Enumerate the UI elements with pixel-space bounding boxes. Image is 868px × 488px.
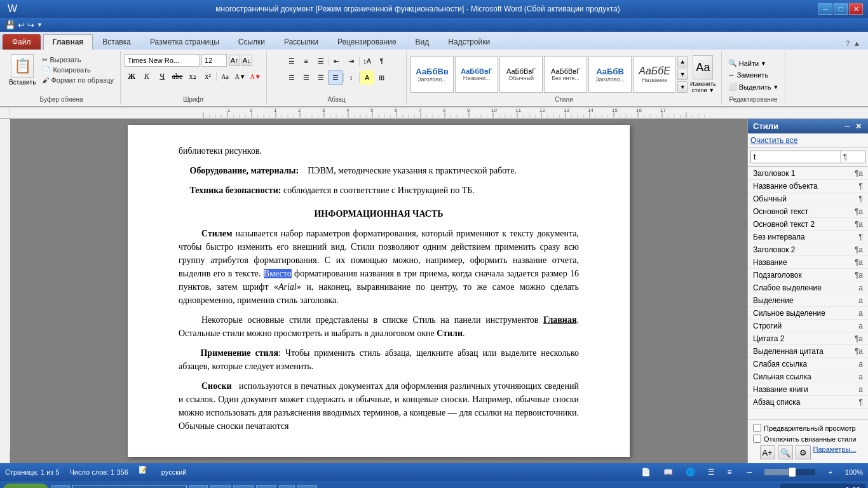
- redo-icon[interactable]: ↪: [27, 20, 34, 30]
- taskbar-app-word[interactable]: W многостраничный документ...: [72, 485, 187, 488]
- line-spacing-button[interactable]: ↕: [344, 71, 358, 85]
- subscript-button[interactable]: x₂: [186, 69, 200, 83]
- format-painter-button[interactable]: 🖌 Формат по образцу: [39, 76, 116, 85]
- strikethrough-button[interactable]: abc: [170, 69, 184, 83]
- preview-checkbox[interactable]: [753, 424, 761, 432]
- new-style-button[interactable]: A+: [760, 445, 775, 459]
- params-link[interactable]: Параметры...: [813, 445, 857, 459]
- increase-indent-button[interactable]: ⇥: [344, 54, 358, 68]
- text-highlight-button[interactable]: A▼: [233, 69, 247, 83]
- decrease-indent-button[interactable]: ⇤: [330, 54, 344, 68]
- taskbar-app-folder[interactable]: 📁: [233, 485, 254, 488]
- font-name-input[interactable]: [125, 54, 200, 67]
- clear-all-link[interactable]: Очистить все: [750, 136, 797, 145]
- styles-list-item-7[interactable]: Название¶a: [748, 256, 868, 269]
- inspect-style-button[interactable]: 🔍: [778, 445, 793, 459]
- styles-list-item-4[interactable]: Основной текст 2¶a: [748, 218, 868, 231]
- help-question-icon[interactable]: ?: [846, 39, 850, 47]
- styles-list-item-1[interactable]: Название объекта¶: [748, 180, 868, 193]
- minimize-button[interactable]: ─: [818, 3, 832, 15]
- shading-button[interactable]: A: [360, 71, 374, 85]
- customize-qa-icon[interactable]: ▼: [37, 22, 43, 28]
- taskbar-app-browser[interactable]: 🌐: [210, 485, 231, 488]
- styles-more-button[interactable]: ▼: [677, 81, 688, 93]
- tray-clock[interactable]: 9:33 17.02.2012: [829, 486, 860, 489]
- panel-minimize-button[interactable]: ─: [843, 122, 851, 131]
- styles-list-item-17[interactable]: Название книгиa: [748, 383, 868, 396]
- view-reading-icon[interactable]: 📖: [663, 468, 673, 477]
- borders-button[interactable]: ⊞: [375, 71, 389, 85]
- font-grow-button[interactable]: A↑: [229, 55, 240, 66]
- save-icon[interactable]: 💾: [5, 20, 15, 30]
- style-gallery-item-name[interactable]: АаБбЕ Название: [633, 56, 676, 93]
- document-area[interactable]: библиотеки рисунков. Оборудование, матер…: [10, 119, 747, 463]
- tab-file[interactable]: Файл: [3, 34, 41, 50]
- styles-list-item-14[interactable]: Выделенная цитата¶a: [748, 345, 868, 358]
- align-center-button[interactable]: ☰: [299, 71, 313, 85]
- tab-review[interactable]: Рецензирование: [328, 34, 406, 50]
- style-gallery-item-normal[interactable]: АаБбВвГ Обычный: [499, 56, 543, 93]
- document-page[interactable]: библиотеки рисунков. Оборудование, матер…: [128, 125, 630, 457]
- multi-level-button[interactable]: ☰: [314, 54, 328, 68]
- font-color-button[interactable]: A▼: [248, 69, 262, 83]
- styles-list-item-5[interactable]: Без интервала¶: [748, 231, 868, 243]
- align-justify-button[interactable]: ☰: [329, 71, 342, 85]
- ribbon-minimize-icon[interactable]: ▲: [853, 39, 860, 47]
- zoom-slider[interactable]: [764, 469, 815, 475]
- styles-list-item-8[interactable]: Подзаголовок¶a: [748, 269, 868, 281]
- styles-scroll-up-button[interactable]: ▲: [677, 56, 688, 67]
- undo-icon[interactable]: ↩: [18, 20, 25, 30]
- font-shrink-button[interactable]: A↓: [241, 55, 252, 66]
- styles-list-item-15[interactable]: Слабая ссылкаa: [748, 358, 868, 370]
- style-gallery-item-no-spacing[interactable]: АаБбВвГ Без инте...: [544, 56, 587, 93]
- replace-button[interactable]: ↔ Заменить: [726, 71, 782, 79]
- taskbar-app-flash[interactable]: F: [279, 485, 295, 488]
- tab-mailings[interactable]: Рассылки: [275, 34, 328, 50]
- underline-button[interactable]: Ч: [155, 69, 169, 83]
- align-left-button[interactable]: ☰: [285, 71, 299, 85]
- tab-insert[interactable]: Вставка: [93, 34, 140, 50]
- cut-button[interactable]: ✂ Вырезать: [39, 55, 116, 65]
- zoom-in-button[interactable]: +: [828, 468, 832, 476]
- linked-styles-checkbox[interactable]: [753, 435, 761, 443]
- styles-list-item-6[interactable]: Заголовок 2¶a: [748, 243, 868, 256]
- maximize-button[interactable]: □: [834, 3, 848, 15]
- align-right-button[interactable]: ☰: [314, 71, 328, 85]
- styles-list-item-10[interactable]: Выделениеa: [748, 294, 868, 307]
- start-button[interactable]: ⊞ Пуск: [3, 484, 49, 488]
- taskbar-app-antivirus[interactable]: 🛡: [189, 485, 208, 488]
- zoom-out-button[interactable]: ─: [747, 468, 752, 476]
- font-size-input[interactable]: [201, 54, 227, 67]
- styles-list-item-16[interactable]: Сильная ссылкаa: [748, 370, 868, 383]
- tab-view[interactable]: Вид: [406, 34, 439, 50]
- superscript-button[interactable]: x²: [201, 69, 215, 83]
- styles-list-item-2[interactable]: Обычный¶: [748, 193, 868, 205]
- select-button[interactable]: ⬜ Выделить ▼: [726, 82, 782, 92]
- tab-home[interactable]: Главная: [43, 34, 93, 50]
- show-marks-button[interactable]: ¶: [375, 54, 389, 68]
- styles-list-item-12[interactable]: Строгийa: [748, 320, 868, 332]
- manage-styles-button[interactable]: ⚙: [796, 445, 811, 459]
- styles-list-item-18[interactable]: Абзац списка¶: [748, 396, 868, 409]
- styles-scroll-down-button[interactable]: ▼: [677, 69, 688, 80]
- sort-button[interactable]: ↕A: [360, 54, 374, 68]
- view-web-icon[interactable]: 🌐: [686, 468, 695, 477]
- taskbar-app-photoshop[interactable]: Ps: [297, 485, 317, 488]
- paste-button[interactable]: 📋 Вставить: [6, 53, 38, 87]
- find-button[interactable]: 🔍 Найти ▼: [726, 58, 782, 68]
- close-button[interactable]: ✕: [849, 3, 863, 15]
- style-gallery-item-title[interactable]: АаБбВвГ Названи...: [455, 56, 498, 93]
- view-draft-icon[interactable]: ≡: [728, 468, 732, 477]
- italic-button[interactable]: К: [140, 69, 154, 83]
- tab-addins[interactable]: Надстройки: [438, 34, 499, 50]
- style-gallery-item-heading1[interactable]: АаБбВв Заголово...: [410, 56, 454, 93]
- taskbar-app-media[interactable]: 🎬: [256, 485, 276, 488]
- styles-search-input[interactable]: [751, 151, 840, 163]
- bullets-button[interactable]: ☰: [285, 54, 299, 68]
- panel-close-button[interactable]: ✕: [854, 122, 863, 131]
- copy-button[interactable]: 📄 Копировать: [39, 65, 116, 75]
- styles-list-item-9[interactable]: Слабое выделениеa: [748, 281, 868, 294]
- styles-list-item-0[interactable]: Заголовок 1¶a: [748, 167, 868, 180]
- styles-list-item-13[interactable]: Цитата 2¶a: [748, 332, 868, 345]
- styles-list[interactable]: Заголовок 1¶aНазвание объекта¶Обычный¶Ос…: [748, 166, 868, 419]
